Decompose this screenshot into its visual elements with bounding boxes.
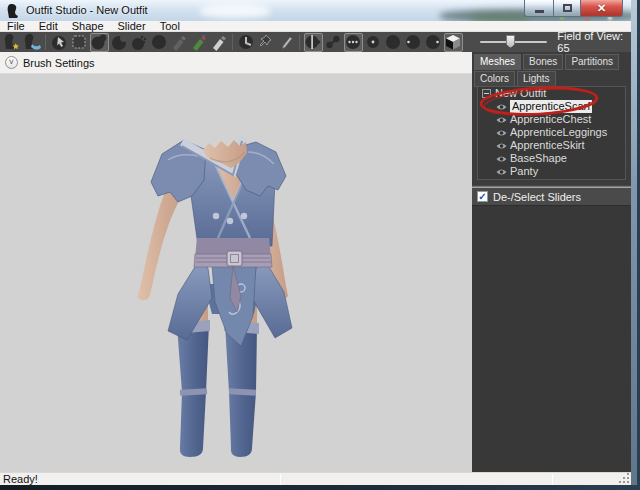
model-skull-decor [227, 218, 233, 224]
minimize-icon [535, 10, 544, 13]
viewport-3d[interactable] [0, 74, 472, 472]
collapse-box-icon[interactable] [482, 89, 491, 98]
eye-icon[interactable] [496, 116, 507, 124]
main-area: ˅ Brush Settings [0, 52, 631, 472]
brush-falloff-left-icon[interactable] [404, 33, 423, 52]
transform-tool-icon[interactable] [237, 33, 256, 52]
tree-root-label: New Outfit [495, 87, 546, 100]
mask-brush-icon[interactable] [70, 33, 89, 52]
eye-icon[interactable] [496, 142, 507, 150]
tree-item-panty[interactable]: Panty [478, 165, 625, 178]
smooth-brush-icon[interactable] [130, 33, 149, 52]
deselect-sliders-label: De-/Select Sliders [493, 191, 581, 203]
close-icon: ✕ [597, 2, 606, 15]
tree-item-label[interactable]: ApprenticeLeggings [510, 126, 607, 139]
brush-falloff-center-icon[interactable] [364, 33, 383, 52]
deselect-sliders-checkbox[interactable]: ✓ [477, 191, 488, 202]
toolbar-separator [299, 34, 300, 50]
tree-item-apprenticeleggings[interactable]: ApprenticeLeggings [478, 126, 625, 139]
brush-settings-header[interactable]: ˅ Brush Settings [0, 52, 472, 74]
titlebar[interactable]: Outfit Studio - New Outfit ✕ [0, 0, 631, 21]
close-button[interactable]: ✕ [580, 0, 623, 17]
toolbar: Field of View: 65 [0, 32, 631, 52]
alpha-brush-icon[interactable] [210, 33, 229, 52]
tree-item-label[interactable]: ApprenticeSkirt [510, 139, 585, 152]
brush-falloff-right-icon[interactable] [424, 33, 443, 52]
connected-only-icon[interactable] [324, 33, 343, 52]
select-tool-icon[interactable] [50, 33, 69, 52]
model-skull-decor [213, 213, 219, 219]
right-panel: MeshesBonesPartitionsColorsLights New Ou… [472, 52, 631, 472]
tab-lights[interactable]: Lights [517, 71, 556, 87]
load-outfit-icon[interactable] [3, 33, 22, 52]
tree-item-label[interactable]: ApprenticeChest [510, 113, 591, 126]
mesh-tree: New OutfitApprenticeScarfApprenticeChest… [477, 86, 626, 180]
pin-tool-icon[interactable] [257, 33, 276, 52]
fov-label: Field of View: 65 [557, 30, 631, 54]
x-mirror-toggle-icon[interactable] [304, 33, 323, 52]
panel-tabs: MeshesBonesPartitionsColorsLights [472, 52, 631, 87]
deflate-brush-icon[interactable] [110, 33, 129, 52]
resize-grip-icon[interactable] [619, 473, 630, 484]
menubar: FileEditShapeSliderTool [0, 21, 631, 32]
tree-item-label[interactable]: BaseShape [510, 152, 567, 165]
toolbar-separator [232, 34, 233, 50]
brush-falloff-full-icon[interactable] [384, 33, 403, 52]
status-message: Ready! [3, 473, 38, 486]
statusbar: Ready! [0, 472, 631, 485]
eye-icon[interactable] [496, 168, 507, 176]
color-brush-icon[interactable] [190, 33, 209, 52]
menu-slider[interactable]: Slider [111, 21, 153, 32]
window-controls: ✕ [524, 0, 623, 17]
menu-file[interactable]: File [0, 21, 32, 32]
left-pane: ˅ Brush Settings [0, 52, 472, 472]
fov-slider-thumb[interactable] [506, 35, 515, 48]
vertex-edit-icon[interactable] [277, 33, 296, 52]
glass-reflection [200, 4, 270, 18]
model-belt-buckle [227, 251, 242, 266]
toolbar-separator [45, 34, 46, 50]
brush-settings-label: Brush Settings [23, 57, 95, 69]
menu-edit[interactable]: Edit [32, 21, 65, 32]
tree-root-row[interactable]: New Outfit [478, 87, 625, 100]
minimize-button[interactable] [524, 0, 553, 17]
menu-shape[interactable]: Shape [65, 21, 111, 32]
maximize-button[interactable] [553, 0, 580, 17]
tab-bones[interactable]: Bones [523, 54, 563, 70]
tab-meshes[interactable]: Meshes [474, 54, 521, 70]
load-reference-icon[interactable] [23, 33, 42, 52]
inflate-brush-icon[interactable] [90, 33, 109, 52]
tree-item-apprenticescarf[interactable]: ApprenticeScarf [478, 100, 625, 113]
global-brush-collision-icon[interactable] [344, 33, 363, 52]
tree-item-label[interactable]: ApprenticeScarf [510, 100, 592, 113]
fov-slider[interactable] [480, 41, 547, 43]
eye-icon[interactable] [496, 129, 507, 137]
eye-icon[interactable] [496, 155, 507, 163]
tree-item-label[interactable]: Panty [510, 165, 538, 178]
tree-item-apprenticechest[interactable]: ApprenticeChest [478, 113, 625, 126]
fov-control: Field of View: 65 [480, 32, 631, 52]
collapse-chevron-icon[interactable]: ˅ [5, 56, 18, 69]
move-brush-icon[interactable] [150, 33, 169, 52]
weight-brush-icon [170, 33, 189, 52]
window-right-border [631, 0, 637, 485]
tab-colors[interactable]: Colors [474, 71, 515, 87]
tree-item-baseshape[interactable]: BaseShape [478, 152, 625, 165]
outfit-studio-window: Outfit Studio - New Outfit ✕ FileEditSha… [0, 0, 631, 485]
model-skull-decor [241, 213, 247, 219]
status-separator [552, 474, 553, 485]
eye-icon[interactable] [496, 103, 507, 111]
desktop: Outfit Studio - New Outfit ✕ FileEditSha… [0, 0, 640, 490]
tab-partitions[interactable]: Partitions [565, 54, 619, 70]
slider-list-empty [472, 205, 631, 472]
glass-desktop-blob2 [470, 14, 530, 21]
maximize-icon [563, 4, 572, 12]
window-title: Outfit Studio - New Outfit [26, 4, 148, 16]
menu-tool[interactable]: Tool [153, 21, 187, 32]
tree-item-apprenticeskirt[interactable]: ApprenticeSkirt [478, 139, 625, 152]
toggle-visibility-icon[interactable] [444, 33, 463, 52]
slider-toggle-bar: ✓ De-/Select Sliders [472, 188, 631, 205]
status-separator [280, 474, 281, 485]
app-icon [7, 4, 20, 18]
toolbar-icons [0, 33, 463, 52]
